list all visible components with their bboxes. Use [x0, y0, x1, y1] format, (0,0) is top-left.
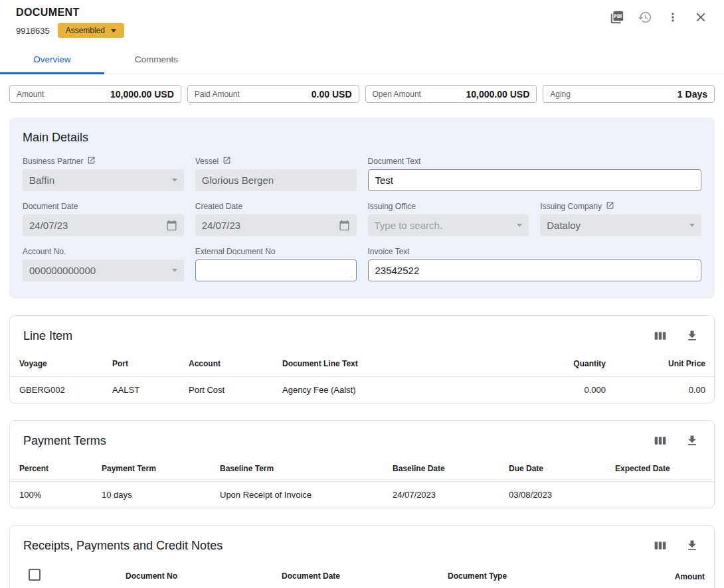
receipts-section: Receipts, Payments and Credit Notes Docu… [9, 525, 715, 588]
invoice-text-input[interactable] [375, 265, 695, 276]
chevron-down-icon [689, 224, 695, 227]
document-header: DOCUMENT 9918635 Assembled [0, 0, 724, 38]
summary-label: Paid Amount [195, 90, 240, 99]
column-header: Unit Price [615, 351, 715, 377]
invoice-text-field: Invoice Text [368, 246, 702, 281]
cell-percent: 100% [10, 482, 92, 508]
issuing-office-field: Issuing Office [368, 201, 529, 236]
calendar-icon [339, 220, 350, 231]
columns-icon[interactable] [652, 537, 669, 554]
column-header: Expected Date [606, 456, 714, 482]
main-details-title: Main Details [23, 131, 701, 145]
columns-icon[interactable] [652, 432, 669, 449]
receipts-title: Receipts, Payments and Credit Notes [23, 539, 223, 553]
issuing-office-input [375, 220, 517, 231]
created-date-control [195, 214, 357, 236]
cell-document-line-text: Agency Fee (Aalst) [273, 377, 512, 404]
summary-label: Open Amount [373, 90, 421, 99]
summary-card-paid-amount: Paid Amount 0.00 USD [187, 85, 359, 103]
summary-label: Amount [17, 90, 44, 99]
external-link-icon[interactable] [606, 201, 614, 212]
issuing-office-label: Issuing Office [368, 202, 416, 211]
business-partner-label: Business Partner [23, 157, 83, 166]
vessel-input [202, 175, 350, 186]
table-row[interactable]: 100% 10 days Upon Receipt of Invoice 24/… [10, 482, 714, 508]
summary-card-open-amount: Open Amount 10,000.00 USD [365, 85, 537, 103]
column-header: Voyage [10, 351, 103, 377]
summary-cards: Amount 10,000.00 USD Paid Amount 0.00 US… [9, 85, 715, 103]
business-partner-input [29, 175, 172, 186]
column-header: Document Date [272, 561, 438, 588]
table-row[interactable]: GBERG002 AALST Port Cost Agency Fee (Aal… [10, 377, 715, 404]
main-details-panel: Main Details Business Partner Vessel [9, 117, 715, 299]
column-header: Document Line Text [273, 351, 512, 377]
line-item-table: Voyage Port Account Document Line Text Q… [10, 351, 715, 403]
column-header: Port [103, 351, 179, 377]
cell-account: Port Cost [179, 377, 273, 404]
column-header: Baseline Term [211, 456, 383, 482]
external-document-no-input[interactable] [203, 265, 349, 276]
download-icon[interactable] [683, 537, 701, 554]
summary-value: 10,000.00 USD [466, 89, 530, 100]
document-date-label: Document Date [23, 202, 78, 211]
vessel-label: Vessel [195, 157, 219, 166]
cell-baseline-date: 24/07/2023 [383, 482, 499, 508]
column-header: Quantity [512, 351, 615, 377]
cell-quantity: 0.000 [512, 377, 615, 404]
account-no-field: Account No. [23, 246, 184, 281]
invoice-text-control [368, 259, 702, 281]
cell-due-date: 03/08/2023 [499, 482, 606, 508]
column-header: Payment Term [92, 456, 211, 482]
external-link-icon[interactable] [87, 156, 96, 167]
created-date-field: Created Date [195, 201, 357, 236]
status-badge-dropdown[interactable]: Assembled [58, 23, 124, 38]
column-header: Percent [10, 456, 92, 482]
table-header-row: Document No Document Date Document Type [10, 561, 714, 588]
select-all-cell [10, 561, 116, 588]
chevron-down-icon [517, 224, 522, 227]
summary-value: 0.00 USD [312, 89, 352, 100]
chevron-down-icon [111, 29, 116, 33]
download-icon[interactable] [683, 432, 701, 449]
vessel-field: Vessel [195, 156, 357, 191]
column-header: Due Date [499, 456, 606, 482]
cell-expected-date [606, 482, 714, 508]
tab-overview[interactable]: Overview [0, 46, 104, 74]
close-icon[interactable] [692, 9, 709, 26]
cell-baseline-term: Upon Receipt of Invoice [211, 482, 383, 508]
cell-unit-price: 0.00 [615, 377, 715, 404]
columns-icon[interactable] [652, 327, 669, 344]
page-title: DOCUMENT [16, 7, 708, 19]
issuing-company-field: Issuing Company [540, 201, 701, 236]
column-header: Account [179, 351, 273, 377]
calendar-icon [166, 220, 177, 231]
chevron-down-icon [172, 269, 177, 272]
line-item-title: Line Item [23, 329, 72, 343]
external-document-no-label: External Document No [195, 247, 276, 256]
document-text-input[interactable] [375, 175, 695, 186]
summary-card-amount: Amount 10,000.00 USD [9, 85, 181, 103]
summary-value: 10,000.00 USD [110, 89, 174, 100]
account-no-label: Account No. [23, 247, 66, 256]
table-header-row: Voyage Port Account Document Line Text Q… [10, 351, 715, 377]
document-text-label: Document Text [368, 157, 421, 166]
vessel-select [195, 169, 357, 191]
payment-terms-table: Percent Payment Term Baseline Term Basel… [10, 456, 714, 508]
document-date-field: Document Date [23, 201, 184, 236]
select-all-checkbox[interactable] [29, 569, 41, 581]
external-document-no-field: External Document No [195, 246, 357, 281]
history-icon[interactable] [636, 9, 654, 26]
pdf-export-icon[interactable] [608, 9, 626, 26]
summary-value: 1 Days [678, 89, 707, 100]
status-badge-label: Assembled [66, 26, 105, 35]
tab-comments[interactable]: Comments [104, 46, 209, 74]
more-vert-icon[interactable] [664, 9, 681, 26]
issuing-company-select [540, 214, 701, 236]
issuing-company-input [547, 220, 689, 231]
issuing-company-label: Issuing Company [540, 202, 602, 211]
download-icon[interactable] [683, 327, 701, 344]
created-date-label: Created Date [195, 202, 242, 211]
external-link-icon[interactable] [223, 156, 231, 167]
cell-voyage: GBERG002 [10, 377, 103, 404]
summary-label: Aging [550, 90, 571, 99]
